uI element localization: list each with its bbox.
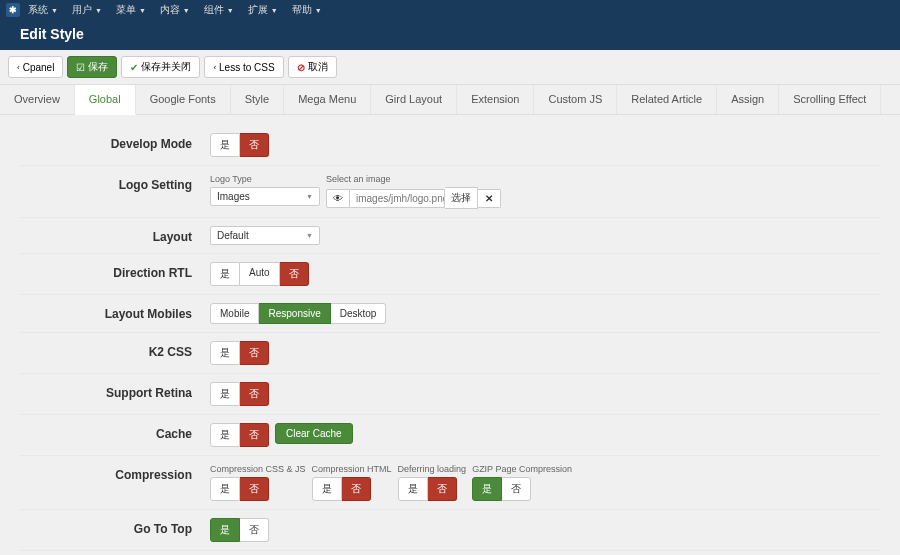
label-develop-mode: Develop Mode	[20, 133, 210, 151]
less-to-css-button[interactable]: ‹Less to CSS	[204, 56, 283, 78]
tab-overview[interactable]: Overview	[0, 85, 75, 114]
tab-mega-menu[interactable]: Mega Menu	[284, 85, 371, 114]
cache-toggle[interactable]: 是 否	[210, 423, 269, 447]
page-titlebar: Edit Style	[0, 20, 900, 50]
layout-select[interactable]: Default▼	[210, 226, 320, 245]
topmenu-extensions[interactable]: 扩展▼	[242, 1, 284, 19]
gzip-toggle[interactable]: 是否	[472, 477, 572, 501]
label-select-image: Select an image	[326, 174, 501, 184]
label-logo-setting: Logo Setting	[20, 174, 210, 192]
topmenu-help[interactable]: 帮助▼	[286, 1, 328, 19]
label-k2-css: K2 CSS	[20, 341, 210, 359]
develop-mode-toggle[interactable]: 是 否	[210, 133, 269, 157]
deferring-toggle[interactable]: 是否	[398, 477, 467, 501]
tab-google-fonts[interactable]: Google Fonts	[136, 85, 231, 114]
topmenu-menus[interactable]: 菜单▼	[110, 1, 152, 19]
page-title: Edit Style	[20, 26, 880, 42]
joomla-logo-icon[interactable]: ✱	[6, 3, 20, 17]
tab-style[interactable]: Style	[231, 85, 284, 114]
label-go-to-top: Go To Top	[20, 518, 210, 536]
topmenu-users[interactable]: 用户▼	[66, 1, 108, 19]
label-compression: Compression	[20, 464, 210, 482]
label-direction-rtl: Direction RTL	[20, 262, 210, 280]
settings-panel: Develop Mode 是 否 Logo Setting Logo Type …	[0, 115, 900, 555]
gotop-toggle[interactable]: 是 否	[210, 518, 269, 542]
clear-image-button[interactable]: ✕	[478, 189, 501, 208]
cpanel-button[interactable]: ‹Cpanel	[8, 56, 63, 78]
label-cache: Cache	[20, 423, 210, 441]
browse-image-button[interactable]: 选择	[445, 187, 478, 209]
logo-type-select[interactable]: Images▼	[210, 187, 320, 206]
topmenu-components[interactable]: 组件▼	[198, 1, 240, 19]
tab-global[interactable]: Global	[75, 85, 136, 115]
save-button[interactable]: ☑保存	[67, 56, 117, 78]
admin-topbar: ✱ 系统▼ 用户▼ 菜单▼ 内容▼ 组件▼ 扩展▼ 帮助▼	[0, 0, 900, 20]
save-close-button[interactable]: ✔保存并关闭	[121, 56, 200, 78]
tab-related-article[interactable]: Related Article	[617, 85, 717, 114]
label-support-retina: Support Retina	[20, 382, 210, 400]
retina-toggle[interactable]: 是 否	[210, 382, 269, 406]
direction-rtl-toggle[interactable]: 是 Auto 否	[210, 262, 309, 286]
k2-css-toggle[interactable]: 是 否	[210, 341, 269, 365]
compression-cssjs-toggle[interactable]: 是否	[210, 477, 306, 501]
topmenu-content[interactable]: 内容▼	[154, 1, 196, 19]
label-logo-type: Logo Type	[210, 174, 320, 184]
tab-assign[interactable]: Assign	[717, 85, 779, 114]
clear-cache-button[interactable]: Clear Cache	[275, 423, 353, 444]
action-toolbar: ‹Cpanel ☑保存 ✔保存并关闭 ‹Less to CSS ⊘取消	[0, 50, 900, 85]
cancel-button[interactable]: ⊘取消	[288, 56, 337, 78]
tab-grid-layout[interactable]: Gird Layout	[371, 85, 457, 114]
tab-extension[interactable]: Extension	[457, 85, 534, 114]
preview-image-icon[interactable]: 👁	[326, 189, 350, 208]
compression-html-toggle[interactable]: 是否	[312, 477, 392, 501]
label-layout: Layout	[20, 226, 210, 244]
logo-image-path[interactable]: images/jmh/logo.png	[350, 189, 445, 208]
tab-bar: Overview Global Google Fonts Style Mega …	[0, 85, 900, 115]
label-layout-mobiles: Layout Mobiles	[20, 303, 210, 321]
topmenu-system[interactable]: 系统▼	[22, 1, 64, 19]
tab-scrolling-effect[interactable]: Scrolling Effect	[779, 85, 881, 114]
tab-custom-js[interactable]: Custom JS	[534, 85, 617, 114]
layout-mobiles-toggle[interactable]: Mobile Responsive Desktop	[210, 303, 386, 324]
